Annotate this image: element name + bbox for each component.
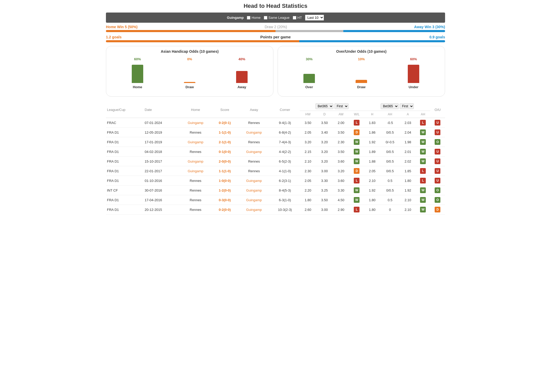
col-home: Home xyxy=(179,102,212,118)
ou-over-col: 30% Over xyxy=(303,57,315,89)
col-d: D xyxy=(316,111,333,118)
cell-ah2: W xyxy=(416,147,430,157)
col-away: Away xyxy=(238,102,270,118)
asian-handicap-chart: 60% Home 0% Draw 40% xyxy=(111,58,268,89)
cell-away[interactable]: Guingamp xyxy=(238,147,270,157)
first-select-1[interactable]: First xyxy=(334,103,349,109)
cell-ou: U xyxy=(430,147,445,157)
cell-ah2: W xyxy=(416,128,430,137)
cell-date: 17-01-2019 xyxy=(144,137,179,147)
cell-a: 2.10 xyxy=(400,195,416,205)
cell-h: 1.80 xyxy=(364,205,380,215)
bet365-select-2[interactable]: Bet365 xyxy=(381,103,399,109)
ppg-row: 1.2 goals Points per game 0.9 goals xyxy=(106,35,445,39)
ou-over-bar xyxy=(303,74,315,83)
cell-aw: 4.50 xyxy=(333,195,349,205)
cell-home[interactable]: Guingamp xyxy=(179,157,212,166)
cell-ou: O xyxy=(430,137,445,147)
wdl-away-label: Away Win 3 (30%) xyxy=(414,25,445,29)
ou-draw-bar xyxy=(356,80,367,83)
cell-away: Rennes xyxy=(238,166,270,176)
table-row: FRA D1 22-01-2017 Guingamp 1-1(1-0) Renn… xyxy=(106,166,445,176)
cell-home[interactable]: Guingamp xyxy=(179,118,212,128)
col-a: A xyxy=(400,111,416,118)
cell-h: 1.89 xyxy=(364,147,380,157)
filter-same-league-checkbox[interactable] xyxy=(264,16,267,20)
cell-home: Rennes xyxy=(179,186,212,195)
cell-date: 20-12-2015 xyxy=(144,205,179,215)
cell-wl: W xyxy=(349,137,364,147)
cell-wl: W xyxy=(349,186,364,195)
cell-a: 2.10 xyxy=(400,205,416,215)
cell-wl: D xyxy=(349,128,364,137)
ou-draw-col: 10% Draw xyxy=(356,57,367,89)
ah-home-label: Home xyxy=(133,85,142,89)
cell-d: 3.25 xyxy=(316,186,333,195)
cell-score: 0-2(0-0) xyxy=(212,205,238,215)
cell-hw: 3.20 xyxy=(300,137,316,147)
cell-away[interactable]: Guingamp xyxy=(238,205,270,215)
cell-a: 2.04 xyxy=(400,128,416,137)
ah-draw-col: 0% Draw xyxy=(184,57,195,89)
filter-same-league-label[interactable]: Same League xyxy=(264,16,290,20)
filter-ht-checkbox[interactable] xyxy=(293,16,296,20)
cell-ah: -0.5 xyxy=(380,118,400,128)
cell-home[interactable]: Guingamp xyxy=(179,166,212,176)
ppg-home-goals: 1.2 goals xyxy=(106,35,122,39)
cell-ah2: W xyxy=(416,186,430,195)
table-row: FRA D1 17-04-2016 Rennes 0-3(0-0) Guinga… xyxy=(106,195,445,205)
cell-aw: 3.60 xyxy=(333,176,349,186)
last-select[interactable]: Last 10 Last 20 Last 5 xyxy=(305,15,324,21)
cell-aw: 3.60 xyxy=(333,157,349,166)
cell-aw: 2.90 xyxy=(333,205,349,215)
filter-home-label[interactable]: Home xyxy=(247,16,261,20)
cell-score: 0-2(0-1) xyxy=(212,118,238,128)
cell-ah2: W xyxy=(416,157,430,166)
ah-home-bar-wrap xyxy=(132,62,143,83)
cell-league: FRA D1 xyxy=(106,147,144,157)
asian-handicap-box: Asian Handicap Odds (10 games) 60% Home … xyxy=(106,46,273,97)
cell-date: 17-04-2016 xyxy=(144,195,179,205)
col-league: League/Cup xyxy=(106,102,144,118)
filter-ht-label[interactable]: HT xyxy=(293,16,302,20)
cell-a: 2.02 xyxy=(400,157,416,166)
cell-away[interactable]: Guingamp xyxy=(238,128,270,137)
col-corner: Corner xyxy=(270,102,300,118)
cell-score: 2-1(1-0) xyxy=(212,137,238,147)
cell-away[interactable]: Guingamp xyxy=(238,186,270,195)
cell-ou: U xyxy=(430,166,445,176)
ppg-bar xyxy=(106,40,445,42)
cell-d: 3.50 xyxy=(316,195,333,205)
table-body: FRAC 07-01-2024 Guingamp 0-2(0-1) Rennes… xyxy=(106,118,445,215)
bet365-select-1[interactable]: Bet365 xyxy=(315,103,333,109)
col-ah: AH xyxy=(380,111,400,118)
ppg-title: Points per game xyxy=(260,35,291,39)
cell-home[interactable]: Guingamp xyxy=(179,137,212,147)
table-row: INT CF 30-07-2016 Rennes 1-2(0-0) Guinga… xyxy=(106,186,445,195)
cell-wl: L xyxy=(349,118,364,128)
wdl-bar-home xyxy=(106,30,276,32)
cell-h: 2.10 xyxy=(364,176,380,186)
cell-h: 2.05 xyxy=(364,166,380,176)
cell-ou: D xyxy=(430,205,445,215)
col-group-bet365-1: Bet365 First xyxy=(300,102,364,111)
cell-corner: 4-4(2-2) xyxy=(270,147,300,157)
filter-home-checkbox[interactable] xyxy=(247,16,250,20)
ou-under-label: Under xyxy=(409,85,418,89)
col-hw: HW xyxy=(300,111,316,118)
cell-away[interactable]: Guingamp xyxy=(238,176,270,186)
cell-wl: W xyxy=(349,147,364,157)
cell-ah2: W xyxy=(416,205,430,215)
ou-under-bar-wrap xyxy=(408,62,419,83)
cell-hw: 1.80 xyxy=(300,195,316,205)
cell-away[interactable]: Guingamp xyxy=(238,195,270,205)
ah-home-pct: 60% xyxy=(134,57,141,61)
first-select-2[interactable]: First xyxy=(400,103,414,109)
ou-over-label: Over xyxy=(305,85,313,89)
cell-d: 3.30 xyxy=(316,176,333,186)
ah-draw-label: Draw xyxy=(185,85,194,89)
cell-ah: 0/-0.5 xyxy=(380,137,400,147)
cell-ah2: W xyxy=(416,137,430,147)
cell-h: 1.88 xyxy=(364,157,380,166)
table-row: FRA D1 20-12-2015 Rennes 0-2(0-0) Guinga… xyxy=(106,205,445,215)
